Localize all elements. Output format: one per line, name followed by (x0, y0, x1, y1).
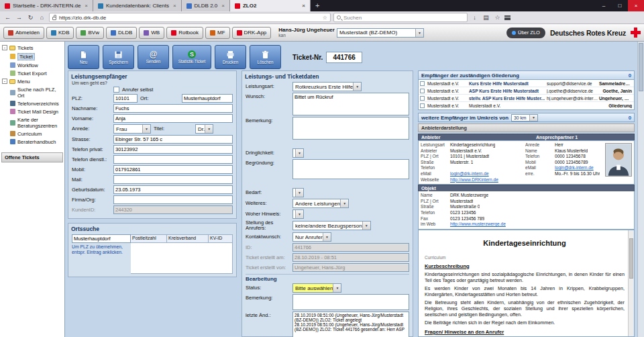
ortssuche-input[interactable] (72, 234, 131, 243)
radius-select[interactable]: 30 km ▼ (511, 114, 538, 122)
telefon-privat-input[interactable] (113, 145, 233, 154)
geburtsdatum-input[interactable] (113, 185, 233, 194)
email-link[interactable]: login@drk-intern.de (450, 171, 489, 177)
bedarf-select[interactable]: ▼ (292, 188, 304, 197)
logout-button[interactable]: Abmelden (3, 27, 44, 39)
tab-close-icon[interactable]: × (302, 3, 305, 9)
nachname-input[interactable] (113, 104, 233, 113)
titel-select[interactable]: Dr. ▼ (195, 124, 213, 134)
row-checkbox[interactable] (420, 96, 425, 101)
maximize-button[interactable]: □ (612, 0, 628, 11)
sidebar-item-ticket[interactable]: Ticket (1, 52, 63, 61)
forward-icon[interactable]: → (15, 14, 23, 21)
collapse-icon[interactable]: - (2, 45, 7, 50)
app-button-wb[interactable]: WB (139, 27, 164, 39)
sidebar-item-workflow[interactable]: Workflow (1, 61, 63, 69)
status-select[interactable]: Bitte auswählen ▼ (292, 283, 341, 293)
minimize-button[interactable]: – (596, 0, 612, 11)
row-checkbox[interactable] (420, 103, 425, 108)
tree-node-tickets[interactable]: - Tickets (1, 44, 63, 52)
organisation-select[interactable]: Musterstadt (BZ-DEMO) ▼ (337, 28, 424, 38)
sidebar-item-beraterhandbuch[interactable]: Beraterhandbuch (1, 138, 63, 146)
menu-icon[interactable] (504, 15, 511, 20)
begruendung-textarea[interactable] (292, 159, 409, 179)
telefon-dienstl-input[interactable] (113, 155, 233, 164)
about-zlo-button[interactable]: Über ZLO (506, 28, 545, 38)
website-link[interactable]: http://www.DRKintern.de (450, 177, 498, 183)
stellung-select[interactable]: keine/andere Bezugsperson ▼ (292, 221, 371, 230)
app-button-bvw[interactable]: BVw (76, 27, 103, 39)
bemerkung-textarea[interactable] (292, 117, 409, 140)
delete-button[interactable]: Löschen (250, 45, 281, 69)
mail-input[interactable] (113, 175, 233, 184)
collapse-icon[interactable]: - (2, 79, 7, 84)
tab-kundendatenbank[interactable]: Kundendatenbank: Clients × (93, 0, 182, 11)
print-button[interactable]: Drucken (215, 45, 246, 69)
row-checkbox[interactable] (420, 81, 425, 86)
bearbeitung-bemerkung-textarea[interactable] (292, 294, 409, 310)
letzte-aenderung-log[interactable]: 28.10.2019 08:51:00 (Ungeheuer, Hans-Jür… (292, 311, 409, 337)
app-button-drk-app[interactable]: DRK-App (232, 27, 272, 39)
table-row[interactable]: Musterstadt e.V. Kurs Erste Hilfe Muster… (419, 80, 634, 87)
app-button-dldb[interactable]: DLDB (106, 27, 137, 39)
strasse-input[interactable] (113, 135, 233, 144)
bookmarks-icon[interactable]: ☆ (493, 14, 502, 21)
tab-zlo2-active[interactable]: ZLO2 × (230, 0, 311, 11)
column-header-postleitzahl[interactable]: Postleitzahl (131, 234, 167, 243)
new-tab-button[interactable]: + (311, 0, 324, 11)
statistik-ticket-button[interactable]: S Statistik-Ticket (172, 45, 211, 69)
url-input[interactable]: https://zlo.drk-db.de ☆ (49, 13, 331, 22)
app-button-kdb[interactable]: KDB (46, 27, 74, 39)
new-ticket-button[interactable]: Neu (68, 45, 99, 69)
plz-input[interactable] (113, 94, 138, 103)
kontaktwunsch-select[interactable]: Nur Anrufer ▼ (292, 232, 331, 242)
tree-node-menu[interactable]: - Menu (1, 77, 63, 85)
woher-hinweis-select[interactable]: ▼ (292, 209, 304, 219)
library-icon[interactable]: ▤ (482, 14, 490, 21)
table-row[interactable]: Musterstadt e.V. ASP Kurs Erste Hilfe Mu… (419, 87, 634, 95)
anbieterdarstellung-header[interactable]: Anbieterdarstellung (418, 124, 635, 132)
vorname-input[interactable] (113, 114, 233, 123)
sidebar-item-curriculum[interactable]: Curriculum (1, 130, 63, 138)
sidebar-item-karte[interactable]: Karte der Beratungszentren (1, 115, 63, 130)
send-button[interactable]: @ Senden (138, 45, 169, 69)
ortssuche-results[interactable] (131, 243, 233, 274)
close-button[interactable]: × (628, 0, 644, 11)
scrollbar-thumb[interactable] (639, 43, 643, 91)
sidebar-item-telefonverzeichnis[interactable]: Telefonverzeichnis (1, 99, 63, 107)
tab-close-icon[interactable]: × (173, 3, 176, 9)
tab-close-icon[interactable]: × (85, 3, 88, 9)
app-button-rotbook[interactable]: Rotbook (166, 27, 203, 39)
app-button-mf[interactable]: MF (205, 27, 230, 39)
column-header-kreisverband[interactable]: Kreisverband (167, 234, 209, 243)
mobil-input[interactable] (113, 165, 233, 174)
sidebar-item-ticket-mail-design[interactable]: Ticket Mail Design (1, 107, 63, 115)
downloads-icon[interactable]: ↓ (470, 14, 479, 21)
wunsch-textarea[interactable]: Bittet um Rückruf (292, 93, 409, 115)
sidebar-item-plz-suche[interactable]: Suche nach PLZ, Ort (1, 85, 63, 99)
table-row[interactable]: Musterstadt e.V. Musterstadt e.V. Gliede… (419, 102, 634, 109)
email-link[interactable]: login@drk-intern.de (555, 165, 594, 171)
back-icon[interactable]: ← (3, 14, 12, 21)
column-header-kvid[interactable]: KV-ID (209, 234, 233, 243)
document-scrollbar[interactable] (628, 230, 634, 336)
open-tickets-header[interactable]: Offene Tickets (1, 152, 63, 162)
firma-input[interactable] (113, 195, 233, 204)
ort-input[interactable] (182, 94, 233, 103)
sidebar-item-ticket-export[interactable]: Ticket Export (1, 69, 63, 77)
tab-startseite[interactable]: Startseite - DRK-INTERN.de × (0, 0, 93, 11)
bookmark-star-icon[interactable]: ☆ (323, 15, 327, 21)
tab-close-icon[interactable]: × (221, 3, 225, 9)
website-link[interactable]: http://www.musterzwerge.de (450, 222, 506, 228)
leistungsart-select[interactable]: Rotkreuzkurs Erste Hilfe ▼ (292, 82, 362, 91)
row-checkbox[interactable] (420, 89, 425, 93)
scrollbar-thumb[interactable] (629, 238, 633, 279)
caller-self-checkbox[interactable] (113, 87, 119, 93)
dringlichkeit-select[interactable]: ▼ (292, 148, 304, 158)
home-icon[interactable]: ⌂ (38, 14, 46, 21)
save-button[interactable]: Speichern (103, 45, 134, 69)
search-input[interactable]: Suchen (333, 13, 468, 22)
table-row[interactable]: Musterstadt e.V. stellv. ASP Kurs Erste … (419, 95, 634, 102)
weiteres-select[interactable]: Andere Leistungen ▼ (292, 199, 349, 208)
reload-icon[interactable]: ↻ (26, 14, 35, 21)
